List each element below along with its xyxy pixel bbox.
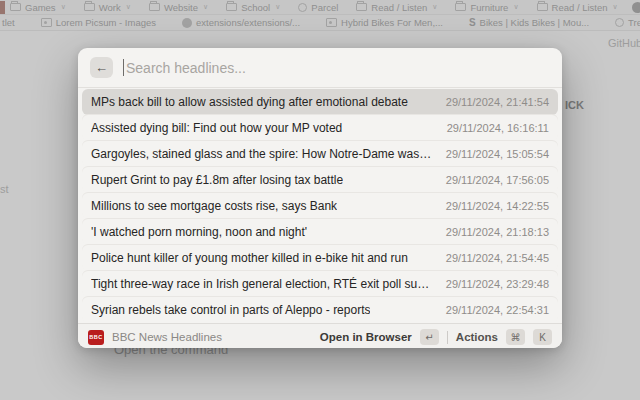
text-caret — [123, 59, 124, 76]
bg-partial-word: ICK — [565, 99, 584, 111]
search-input[interactable] — [126, 60, 550, 76]
search-header: ← — [78, 48, 562, 88]
cmd-key-icon[interactable]: ⌘ — [506, 329, 525, 345]
extension-name: BBC News Headlines — [112, 331, 312, 343]
bookmark-label: extensions/extensions/... — [196, 17, 300, 28]
bookmark-folder-icon — [149, 3, 160, 11]
search-field-wrap — [123, 59, 550, 76]
footer-divider — [447, 331, 448, 344]
bookmark-favicon — [41, 18, 52, 27]
headline-timestamp: 29/11/2024, 23:29:48 — [446, 278, 549, 290]
bookmark-folder-item[interactable]: Read / Listen — [537, 2, 618, 13]
bookmark-label: Parcel — [311, 2, 338, 13]
headline-row[interactable]: Assisted dying bill: Find out how your M… — [82, 115, 558, 141]
headline-title: Police hunt killer of young mother kille… — [91, 251, 408, 265]
bookmark-favicon — [326, 18, 337, 27]
bookmark-label: Trek Hybrid Bike for sal... — [628, 17, 640, 28]
bg-github-link[interactable]: GitHub — [608, 37, 640, 49]
headline-row[interactable]: Gargoyles, stained glass and the spire: … — [82, 141, 558, 167]
bookmark-item[interactable]: Hybrid Bikes For Men,... — [326, 17, 443, 28]
screen: Games Work Website School Parcel Read / … — [0, 0, 640, 400]
bookmark-folder-icon — [537, 3, 548, 11]
bookmark-item[interactable]: Bikes | Kids Bikes | Mou... — [469, 17, 589, 28]
bookmark-folder-item[interactable]: Furniture — [455, 2, 518, 13]
bookmark-favicon — [469, 17, 476, 28]
headline-row[interactable]: 'I watched porn morning, noon and night'… — [82, 219, 558, 245]
bg-partial-edge-text: st — [0, 183, 9, 195]
headline-title: Syrian rebels take control in parts of A… — [91, 303, 370, 317]
headline-timestamp: 29/11/2024, 21:54:45 — [446, 252, 549, 264]
bookmarks-bar-row1: Games Work Website School Parcel Read / … — [0, 0, 640, 15]
back-arrow-icon: ← — [95, 61, 108, 74]
bookmark-label: Lorem Picsum - Images — [56, 17, 156, 28]
headline-title: Rupert Grint to pay £1.8m after losing t… — [91, 173, 343, 187]
headline-timestamp: 29/11/2024, 17:56:05 — [446, 174, 549, 186]
bookmark-item[interactable]: Lorem Picsum - Images — [41, 17, 156, 28]
actions-button[interactable]: Actions — [456, 331, 498, 343]
headline-timestamp: 29/11/2024, 15:05:54 — [446, 148, 549, 160]
bookmark-folder-item[interactable]: Games — [10, 2, 66, 13]
headline-title: 'I watched porn morning, noon and night' — [91, 225, 307, 239]
bookmark-folder-icon — [356, 3, 367, 11]
headline-row[interactable]: Syrian rebels take control in parts of A… — [82, 297, 558, 323]
k-key-icon[interactable]: K — [533, 329, 552, 345]
headline-title: Tight three-way race in Irish general el… — [91, 277, 434, 291]
bookmark-item[interactable]: extensions/extensions/... — [182, 17, 300, 28]
clipped-globe-icon — [632, 2, 640, 13]
bbc-logo-icon: BBC — [88, 330, 104, 345]
bookmark-favicon — [182, 18, 192, 28]
headline-title: Gargoyles, stained glass and the spire: … — [91, 147, 434, 161]
bookmark-folder-icon — [226, 3, 237, 11]
open-in-browser-button[interactable]: Open in Browser — [320, 331, 412, 343]
bookmark-label: Work — [99, 2, 121, 13]
command-palette: ← MPs back bill to allow assisted dying … — [78, 48, 562, 348]
return-key-icon[interactable]: ↵ — [420, 329, 439, 345]
clipped-favicon — [0, 1, 5, 14]
bookmark-folder-item[interactable]: School — [226, 2, 280, 13]
headline-row[interactable]: Rupert Grint to pay £1.8m after losing t… — [82, 167, 558, 193]
bookmark-label: Hybrid Bikes For Men,... — [341, 17, 443, 28]
headline-timestamp: 29/11/2024, 21:18:13 — [446, 226, 549, 238]
bookmark-label: tlet — [2, 17, 15, 28]
bookmark-folder-icon — [455, 3, 466, 11]
bookmark-item[interactable]: tlet — [2, 17, 15, 28]
headline-title: Assisted dying bill: Find out how your M… — [91, 121, 342, 135]
bookmark-label: School — [241, 2, 270, 13]
modal-footer: BBC BBC News Headlines Open in Browser ↵… — [78, 323, 562, 348]
headline-timestamp: 29/11/2024, 22:54:31 — [446, 304, 549, 316]
bookmark-folder-icon — [10, 3, 21, 11]
bookmark-label: Read / Listen — [552, 2, 608, 13]
bookmark-folder-icon — [84, 3, 95, 11]
bookmark-favicon — [615, 18, 624, 27]
headline-row[interactable]: Police hunt killer of young mother kille… — [82, 245, 558, 271]
headline-list: MPs back bill to allow assisted dying af… — [78, 88, 562, 323]
headline-timestamp: 29/11/2024, 21:41:54 — [446, 96, 549, 108]
bookmark-label: Bikes | Kids Bikes | Mou... — [480, 17, 589, 28]
bookmark-folder-item[interactable]: Parcel — [298, 2, 338, 13]
headline-timestamp: 29/11/2024, 16:16:11 — [447, 122, 549, 134]
bookmark-folder-item[interactable]: Read / Listen — [356, 2, 437, 13]
back-button[interactable]: ← — [90, 57, 113, 78]
headline-title: MPs back bill to allow assisted dying af… — [91, 95, 408, 109]
bookmark-item[interactable]: Trek Hybrid Bike for sal... — [615, 17, 640, 28]
bookmark-label: Games — [25, 2, 56, 13]
bookmark-label: Furniture — [470, 2, 508, 13]
bookmark-label: Read / Listen — [371, 2, 427, 13]
headline-row[interactable]: Tight three-way race in Irish general el… — [82, 271, 558, 297]
headline-row[interactable]: Millions to see mortgage costs rise, say… — [82, 193, 558, 219]
bookmark-folder-item[interactable]: Work — [84, 2, 131, 13]
bookmarks-bar-row2: tlet Lorem Picsum - Images extensions/ex… — [0, 15, 640, 31]
headline-timestamp: 29/11/2024, 14:22:55 — [446, 200, 549, 212]
headline-title: Millions to see mortgage costs rise, say… — [91, 199, 337, 213]
bookmark-folder-icon — [298, 3, 307, 12]
bookmark-label: Website — [164, 2, 198, 13]
headline-row[interactable]: MPs back bill to allow assisted dying af… — [82, 89, 558, 115]
bookmark-folder-item[interactable]: Website — [149, 2, 208, 13]
